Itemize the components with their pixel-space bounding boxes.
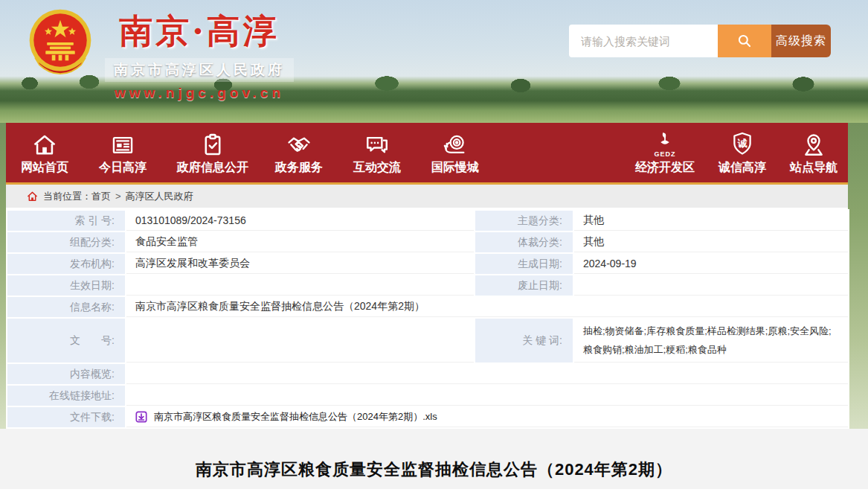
online-link-label: 在线链接地址: — [7, 386, 125, 406]
article-title: 南京市高淳区粮食质量安全监督抽检信息公告（2024年第2期） — [0, 429, 868, 481]
doc-number-label: 文 号: — [7, 319, 125, 363]
content-wrapper: 网站首页 今日高淳 政府信息公开 — [6, 123, 848, 429]
keywords-value: 抽检;物资储备;库存粮食质量;样品检测结果;原粮;安全风险;粮食购销;粮油加工;… — [574, 319, 848, 363]
site-header: 南京·高淳 南京市高淳区人民政府 www.njgc.gov.cn 高级搜索 — [0, 0, 868, 123]
group-class-label: 组配分类: — [7, 232, 125, 252]
integrity-shield-char: 诚 — [731, 137, 753, 150]
effective-date-label: 生效日期: — [7, 275, 125, 296]
effective-date-value — [126, 275, 474, 296]
newspaper-icon — [109, 130, 136, 158]
summary-label: 内容概览: — [7, 364, 125, 384]
info-name-value: 南京市高淳区粮食质量安全监督抽检信息公告（2024年第2期） — [126, 297, 848, 317]
clipboard-check-icon — [199, 130, 226, 158]
search-button[interactable] — [718, 25, 771, 57]
index-number-value: 013101089/2024-73156 — [126, 211, 474, 231]
breadcrumb-home-icon — [27, 191, 38, 202]
file-download-label: 文件下载: — [7, 407, 125, 427]
table-row: 组配分类: 食品安全监管 体裁分类: 其他 — [7, 232, 848, 252]
table-row: 发布机构: 高淳区发展和改革委员会 生成日期: 2024-09-19 — [7, 254, 848, 274]
topic-class-label: 主题分类: — [475, 211, 573, 231]
nav-item-home[interactable]: 网站首页 — [21, 130, 68, 176]
nav-item-services[interactable]: 政务服务 — [275, 130, 323, 176]
breadcrumb-separator: > — [115, 191, 121, 202]
index-number-label: 索 引 号: — [7, 211, 125, 231]
nav-item-slow-city[interactable]: 国际慢城 — [431, 130, 479, 176]
table-row: 生效日期: 废止日期: — [7, 275, 848, 296]
info-name-label: 信息名称: — [7, 297, 125, 317]
nav-item-economic-zone[interactable]: GEDZ 经济开发区 — [635, 130, 695, 176]
article-section: 南京市高淳区粮食质量安全监督抽检信息公告（2024年第2期） — [0, 429, 868, 489]
download-icon — [135, 411, 147, 423]
integrity-shield-icon: 诚 — [731, 130, 753, 158]
created-date-value: 2024-09-19 — [574, 254, 848, 274]
table-row: 索 引 号: 013101089/2024-73156 主题分类: 其他 — [7, 211, 848, 231]
nav-item-site-map[interactable]: 站点导航 — [790, 130, 838, 176]
nav-item-interaction[interactable]: 互动交流 — [353, 130, 401, 176]
chat-bubbles-icon — [364, 130, 390, 158]
summary-value — [126, 364, 848, 384]
nav-item-today[interactable]: 今日高淳 — [99, 130, 147, 176]
genre-class-label: 体裁分类: — [475, 232, 573, 252]
breadcrumb-home-link[interactable]: 首页 — [91, 190, 111, 203]
table-row: 信息名称: 南京市高淳区粮食质量安全监督抽检信息公告（2024年第2期） — [7, 297, 848, 317]
nav-item-info-disclosure[interactable]: 政府信息公开 — [177, 130, 248, 176]
table-row: 文 号: 关 键 词: 抽检;物资储备;库存粮食质量;样品检测结果;原粮;安全风… — [7, 319, 848, 363]
breadcrumb-prefix: 当前位置： — [43, 190, 91, 203]
search-icon — [735, 31, 754, 51]
keywords-label: 关 键 词: — [475, 319, 573, 363]
location-pin-icon — [800, 130, 827, 158]
group-class-value: 食品安全监管 — [126, 232, 474, 252]
site-name: 南京·高淳 — [103, 9, 296, 54]
table-row: 文件下载: 南京市高淳区粮食质量安全监督抽检信息公告（2024年第2期）.xls — [7, 407, 848, 427]
site-subtitle: 南京市高淳区人民政府 — [105, 58, 294, 82]
breadcrumb-current-link[interactable]: 高淳区人民政府 — [126, 190, 193, 203]
snail-icon — [441, 130, 469, 158]
breadcrumb: 当前位置： 首页 > 高淳区人民政府 — [6, 185, 848, 208]
national-emblem-logo — [25, 5, 95, 77]
main-nav: 网站首页 今日高淳 政府信息公开 — [6, 123, 848, 185]
abolished-date-label: 废止日期: — [475, 275, 573, 296]
table-row: 内容概览: — [7, 364, 848, 384]
nav-item-integrity[interactable]: 诚 诚信高淳 — [718, 130, 766, 176]
table-row: 在线链接地址: — [7, 386, 848, 406]
doc-number-value — [126, 319, 474, 363]
gedz-caption: GEDZ — [654, 151, 675, 158]
abolished-date-value — [574, 275, 848, 296]
gedz-icon: GEDZ — [654, 130, 675, 158]
site-url: www.njgc.gov.cn — [103, 85, 296, 101]
topic-class-value: 其他 — [574, 211, 848, 231]
handshake-icon — [285, 130, 313, 158]
site-brand: 南京·高淳 南京市高淳区人民政府 www.njgc.gov.cn — [103, 9, 296, 101]
search-bar: 高级搜索 — [569, 25, 831, 57]
file-download-link[interactable]: 南京市高淳区粮食质量安全监督抽检信息公告（2024年第2期）.xls — [135, 410, 839, 424]
file-download-name: 南京市高淳区粮食质量安全监督抽检信息公告（2024年第2期）.xls — [154, 410, 437, 424]
document-info-table: 索 引 号: 013101089/2024-73156 主题分类: 其他 组配分… — [6, 209, 849, 429]
genre-class-value: 其他 — [574, 232, 848, 252]
issuing-agency-value: 高淳区发展和改革委员会 — [126, 254, 474, 274]
advanced-search-button[interactable]: 高级搜索 — [771, 25, 831, 57]
search-input[interactable] — [569, 25, 718, 57]
main-area: 网站首页 今日高淳 政府信息公开 — [0, 123, 868, 429]
issuing-agency-label: 发布机构: — [7, 254, 125, 274]
created-date-label: 生成日期: — [475, 254, 573, 274]
home-icon — [31, 130, 58, 158]
online-link-value — [126, 386, 848, 406]
